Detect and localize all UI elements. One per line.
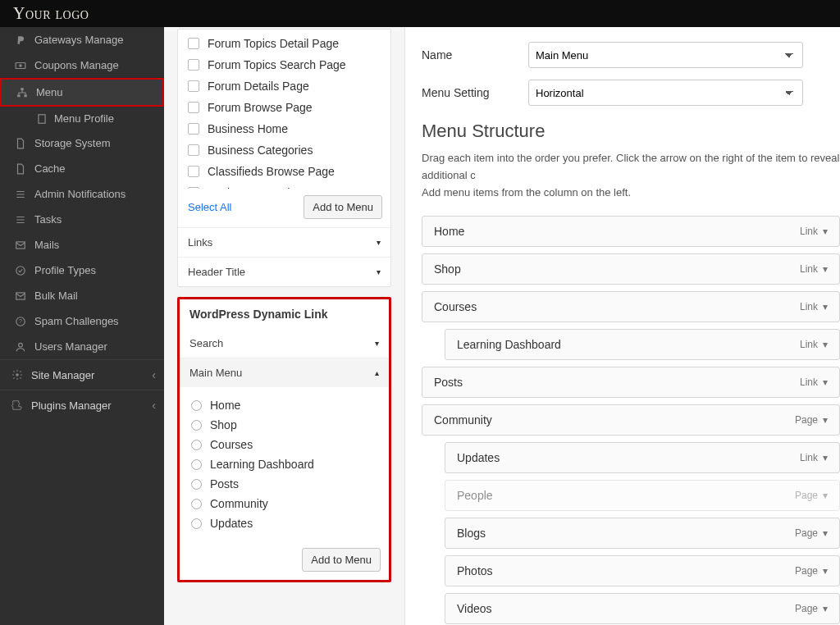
list-item[interactable]: Shop bbox=[180, 415, 389, 435]
checkbox[interactable] bbox=[188, 38, 199, 49]
list-item[interactable]: Forum Topics Detail Page bbox=[178, 33, 390, 54]
menu-item-type: Page bbox=[795, 565, 818, 577]
radio[interactable] bbox=[191, 420, 202, 431]
caret-down-icon[interactable]: ▾ bbox=[823, 301, 828, 312]
menu-name-select[interactable]: Main Menu bbox=[528, 42, 803, 68]
menu-item-type: Link bbox=[800, 376, 818, 388]
help-icon: ? bbox=[15, 316, 26, 327]
list-item[interactable]: Courses bbox=[180, 435, 389, 454]
menu-item-learning-dashboard[interactable]: Learning Dashboard Link▾ bbox=[445, 329, 840, 360]
sidebar-item-tasks[interactable]: Tasks bbox=[0, 207, 164, 232]
caret-down-icon[interactable]: ▾ bbox=[823, 339, 828, 350]
caret-down-icon[interactable]: ▾ bbox=[823, 263, 828, 275]
menu-item-type: Link bbox=[800, 301, 818, 312]
list-item-label: Community bbox=[210, 497, 268, 510]
add-to-menu-button[interactable]: Add to Menu bbox=[302, 548, 381, 572]
list-item[interactable]: Forum Details Page bbox=[178, 75, 390, 97]
list-item[interactable]: Learning Dashboard bbox=[180, 454, 389, 474]
accordion-label: Main Menu bbox=[189, 367, 242, 379]
radio[interactable] bbox=[191, 400, 202, 411]
list-item[interactable]: Forum Browse Page bbox=[178, 97, 390, 118]
menu-item-home[interactable]: Home Link▾ bbox=[422, 216, 840, 247]
checkbox[interactable] bbox=[188, 80, 199, 92]
add-to-menu-button[interactable]: Add to Menu bbox=[304, 195, 382, 219]
checkbox[interactable] bbox=[188, 144, 199, 156]
caret-down-icon[interactable]: ▾ bbox=[823, 414, 828, 426]
list-item[interactable]: Forum Topics Search Page bbox=[178, 54, 390, 75]
accordion-header-title[interactable]: Header Title ▾ bbox=[178, 257, 390, 286]
caret-down-icon[interactable]: ▾ bbox=[823, 565, 828, 577]
accordion-search[interactable]: Search ▾ bbox=[180, 329, 389, 358]
caret-down-icon[interactable]: ▾ bbox=[823, 527, 828, 539]
sidebar-item-bulk-mail[interactable]: Bulk Mail bbox=[0, 283, 164, 308]
sidebar-section-site-manager[interactable]: Site Manager ‹ bbox=[0, 359, 164, 390]
menu-item-shop[interactable]: Shop Link▾ bbox=[422, 253, 840, 285]
sidebar-item-label: Tasks bbox=[34, 213, 62, 226]
mail-icon bbox=[15, 290, 26, 302]
sidebar-item-storage[interactable]: Storage System bbox=[0, 130, 164, 156]
menu-item-people[interactable]: People Page▾ bbox=[445, 480, 840, 511]
select-all-link[interactable]: Select All bbox=[188, 201, 231, 213]
list-icon bbox=[15, 214, 26, 226]
panel-title: WordPress Dynamic Link bbox=[180, 299, 389, 329]
main-content: Name Main Menu Menu Setting Horizontal M… bbox=[405, 27, 840, 625]
menu-item-label: Learning Dashboard bbox=[457, 338, 561, 351]
sidebar-subitem-menu-profile[interactable]: Menu Profile bbox=[0, 107, 164, 130]
menu-tree: Home Link▾ Shop Link▾ Courses Link▾ Lear… bbox=[422, 216, 840, 625]
sidebar-item-spam[interactable]: ? Spam Challenges bbox=[0, 308, 164, 334]
menu-item-photos[interactable]: Photos Page▾ bbox=[445, 555, 840, 586]
checkbox[interactable] bbox=[188, 187, 199, 189]
menu-item-label: Courses bbox=[434, 300, 477, 313]
sidebar-item-users[interactable]: Users Manager bbox=[0, 334, 164, 359]
checkbox[interactable] bbox=[188, 59, 199, 71]
sidebar-item-gateways[interactable]: Gateways Manage bbox=[0, 27, 164, 52]
menu-item-community[interactable]: Community Page▾ bbox=[422, 404, 840, 436]
menu-setting-select[interactable]: Horizontal bbox=[528, 80, 803, 106]
checkbox[interactable] bbox=[188, 102, 199, 113]
forum-checklist[interactable]: Forum Topics Detail Page Forum Topics Se… bbox=[178, 30, 390, 189]
menu-item-updates[interactable]: Updates Link▾ bbox=[445, 442, 840, 473]
sidebar-item-notifications[interactable]: Admin Notifications bbox=[0, 181, 164, 207]
list-item[interactable]: Posts bbox=[180, 474, 389, 494]
menu-item-blogs[interactable]: Blogs Page▾ bbox=[445, 518, 840, 549]
svg-rect-3 bbox=[17, 94, 21, 97]
caret-down-icon[interactable]: ▾ bbox=[823, 376, 828, 388]
caret-down-icon[interactable]: ▾ bbox=[823, 603, 828, 614]
sidebar-item-profile-types[interactable]: Profile Types bbox=[0, 258, 164, 283]
sidebar-item-cache[interactable]: Cache bbox=[0, 156, 164, 181]
file-icon bbox=[15, 138, 26, 149]
check-circle-icon bbox=[15, 265, 26, 276]
list-item[interactable]: Community bbox=[180, 494, 389, 513]
accordion-main-menu[interactable]: Main Menu ▴ bbox=[180, 358, 389, 387]
main-menu-radio-list[interactable]: Home Shop Courses Learning Dashboard Pos… bbox=[180, 387, 389, 541]
radio[interactable] bbox=[191, 518, 202, 529]
accordion-links[interactable]: Links ▾ bbox=[178, 227, 390, 257]
checkbox[interactable] bbox=[188, 166, 199, 177]
menu-item-posts[interactable]: Posts Link▾ bbox=[422, 367, 840, 398]
list-item[interactable]: Classifieds Browse Page bbox=[178, 161, 390, 182]
list-item[interactable]: Business Search bbox=[178, 182, 390, 189]
sidebar-item-coupons[interactable]: Coupons Manage bbox=[0, 52, 164, 78]
list-item[interactable]: Home bbox=[180, 395, 389, 415]
menu-item-type: Link bbox=[800, 339, 818, 350]
caret-down-icon[interactable]: ▾ bbox=[823, 226, 828, 237]
radio[interactable] bbox=[191, 479, 202, 490]
menu-item-type: Page bbox=[795, 527, 818, 539]
radio[interactable] bbox=[191, 459, 202, 470]
caret-down-icon: ▾ bbox=[375, 339, 379, 348]
radio[interactable] bbox=[191, 499, 202, 509]
radio[interactable] bbox=[191, 440, 202, 450]
caret-down-icon[interactable]: ▾ bbox=[823, 490, 828, 501]
sidebar-section-plugins[interactable]: Plugins Manager ‹ bbox=[0, 390, 164, 420]
sidebar-item-mails[interactable]: Mails bbox=[0, 232, 164, 258]
list-item[interactable]: Business Categories bbox=[178, 139, 390, 161]
svg-point-7 bbox=[16, 266, 25, 275]
checkbox[interactable] bbox=[188, 123, 199, 135]
caret-down-icon[interactable]: ▾ bbox=[823, 452, 828, 463]
sidebar-item-menu[interactable]: Menu bbox=[0, 78, 164, 107]
list-item[interactable]: Updates bbox=[180, 513, 389, 533]
menu-item-courses[interactable]: Courses Link▾ bbox=[422, 291, 840, 322]
list-item[interactable]: Business Home bbox=[178, 118, 390, 139]
list-item-label: Posts bbox=[210, 477, 239, 490]
menu-item-videos[interactable]: Videos Page▾ bbox=[445, 593, 840, 624]
